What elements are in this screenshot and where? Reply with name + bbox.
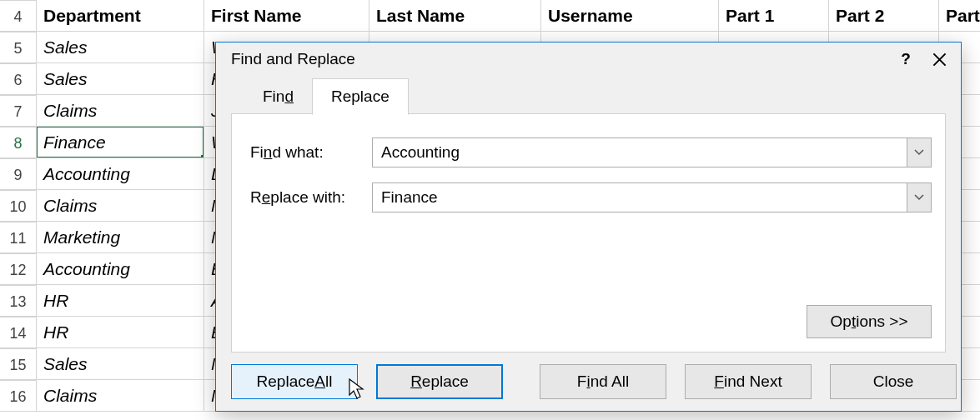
row-number[interactable]: 15: [0, 348, 37, 380]
row-number[interactable]: 11: [0, 222, 37, 253]
cell-department[interactable]: Claims: [37, 95, 204, 127]
col-header[interactable]: Username: [541, 0, 719, 32]
cell-department[interactable]: Claims: [37, 190, 204, 222]
row-number[interactable]: 6: [0, 63, 37, 95]
row-number[interactable]: 5: [0, 32, 37, 63]
col-header[interactable]: First Name: [204, 0, 369, 32]
close-icon[interactable]: [922, 45, 956, 73]
tab-replace[interactable]: Replace: [312, 78, 409, 115]
row-number[interactable]: 13: [0, 285, 37, 317]
col-header[interactable]: Last Name: [369, 0, 541, 32]
options-button[interactable]: Options >>: [807, 305, 932, 338]
replace-with-dropdown[interactable]: [907, 182, 932, 212]
find-what-dropdown[interactable]: [907, 138, 932, 168]
chevron-down-icon: [914, 149, 924, 156]
cell-department[interactable]: Sales: [37, 32, 204, 63]
find-all-button[interactable]: Find All: [540, 364, 666, 399]
find-what-input[interactable]: [372, 138, 907, 168]
cell-department[interactable]: Accounting: [37, 253, 204, 285]
cell-department[interactable]: Sales: [37, 63, 204, 95]
col-header[interactable]: Department: [37, 0, 204, 32]
cell-department[interactable]: Sales: [37, 348, 204, 380]
col-header[interactable]: Part 1: [719, 0, 829, 32]
col-header[interactable]: Part 2: [829, 0, 939, 32]
help-button[interactable]: ?: [889, 45, 922, 73]
replace-with-label: Replace with:: [250, 188, 372, 207]
row-number[interactable]: 9: [0, 158, 37, 190]
dialog-footer: Replace All Replace Find All Find Next C…: [216, 352, 961, 399]
find-replace-dialog: Find and Replace ? Find Replace Find wha…: [215, 42, 962, 412]
replace-with-row: Replace with:: [250, 182, 932, 212]
col-header[interactable]: Part: [939, 0, 980, 32]
row-number[interactable]: 8: [0, 127, 37, 158]
close-button[interactable]: Close: [830, 364, 957, 399]
cell-department[interactable]: Claims: [37, 380, 204, 412]
cell-department[interactable]: Accounting: [37, 158, 204, 190]
replace-all-button[interactable]: Replace All: [231, 364, 358, 399]
row-number[interactable]: 7: [0, 95, 37, 127]
find-what-label: Find what:: [250, 143, 372, 162]
cell-department[interactable]: HR: [37, 285, 204, 317]
row-number[interactable]: 4: [0, 0, 37, 32]
row-number[interactable]: 16: [0, 380, 37, 412]
find-next-button[interactable]: Find Next: [685, 364, 812, 399]
find-what-row: Find what:: [250, 138, 932, 168]
replace-button[interactable]: Replace: [376, 364, 503, 399]
dialog-title: Find and Replace: [231, 50, 889, 68]
tab-find[interactable]: Find: [244, 79, 312, 114]
cell-department[interactable]: HR: [37, 317, 204, 348]
chevron-down-icon: [914, 194, 924, 201]
cell-department[interactable]: Marketing: [37, 222, 204, 253]
dialog-titlebar[interactable]: Find and Replace ?: [216, 42, 961, 76]
row-number[interactable]: 14: [0, 317, 37, 348]
cell-department-selected[interactable]: Finance: [37, 127, 204, 158]
row-number[interactable]: 12: [0, 253, 37, 285]
row-number[interactable]: 10: [0, 190, 37, 222]
dialog-panel: Find what: Replace with: Options >>: [231, 114, 946, 352]
replace-with-input[interactable]: [372, 182, 907, 212]
dialog-tabs: Find Replace: [216, 76, 961, 114]
